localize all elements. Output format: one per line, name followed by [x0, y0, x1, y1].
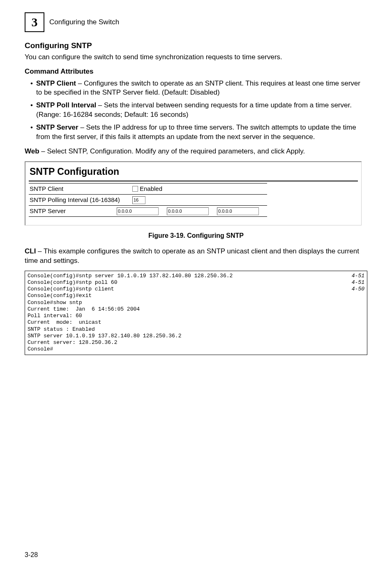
- cli-ref: [358, 319, 364, 326]
- cli-ref: [358, 299, 364, 306]
- cli-line: Current server: 128.250.36.2: [28, 339, 364, 346]
- bullet-sntp-server: SNTP Server – Sets the IP address for up…: [30, 123, 367, 142]
- sntp-polling-interval-row: SNTP Polling Interval (16-16384): [29, 195, 267, 206]
- cli-intro: CLI – This example configures the switch…: [25, 247, 367, 266]
- cli-text: SNTP server 10.1.0.19 137.82.140.80 128.…: [28, 333, 181, 339]
- cli-ref: [358, 339, 364, 346]
- sntp-configuration-panel: SNTP Configuration SNTP Client Enabled S…: [25, 161, 362, 225]
- web-text: – Select SNTP, Configuration. Modify any…: [39, 147, 305, 155]
- cli-line: SNTP status : Enabled: [28, 326, 364, 333]
- command-attributes-list: SNTP Client – Configures the switch to o…: [25, 79, 367, 142]
- cli-line: Console#: [28, 346, 364, 353]
- cli-ref: 4-51: [345, 279, 364, 286]
- cli-ref: 4-51: [345, 273, 364, 279]
- sntp-server-input-3[interactable]: [217, 207, 259, 215]
- panel-title: SNTP Configuration: [30, 165, 358, 178]
- cli-line: Current mode: unicast: [28, 319, 364, 326]
- sntp-server-row: SNTP Server: [29, 206, 267, 217]
- web-instruction: Web – Select SNTP, Configuration. Modify…: [25, 147, 367, 156]
- checkbox-label: Enabled: [140, 185, 162, 193]
- cli-ref: [358, 306, 364, 313]
- cli-line: Console#show sntp: [28, 299, 364, 306]
- sntp-polling-interval-input[interactable]: [132, 196, 145, 204]
- cli-ref: [358, 333, 364, 339]
- cli-text: Current time: Jan 6 14:56:05 2004: [28, 306, 140, 313]
- cli-label: CLI: [25, 247, 36, 255]
- running-title: Configuring the Switch: [49, 18, 119, 27]
- cli-text: – This example configures the switch to …: [25, 247, 359, 265]
- cli-ref: 4-50: [345, 286, 364, 292]
- cli-output-box: Console(config)#sntp server 10.1.0.19 13…: [25, 271, 367, 355]
- bullet-term: SNTP Server: [36, 123, 78, 131]
- cli-text: Console(config)#sntp client: [28, 286, 114, 292]
- web-label: Web: [25, 147, 39, 155]
- cli-line: SNTP server 10.1.0.19 137.82.140.80 128.…: [28, 333, 364, 339]
- figure-caption: Figure 3-19. Configuring SNTP: [25, 231, 367, 240]
- cli-line: Console(config)#sntp poll 604-51: [28, 279, 364, 286]
- panel-divider: [29, 181, 358, 181]
- page-number: 3-28: [25, 550, 38, 559]
- sntp-server-input-2[interactable]: [167, 207, 209, 215]
- bullet-sntp-poll-interval: SNTP Poll Interval – Sets the interval b…: [30, 101, 367, 120]
- cli-text: Console#show sntp: [28, 299, 82, 306]
- section-intro: You can configure the switch to send tim…: [25, 53, 367, 62]
- cli-line: Console(config)#sntp client4-50: [28, 286, 364, 292]
- cli-line: Current time: Jan 6 14:56:05 2004: [28, 306, 364, 313]
- sntp-server-input-1[interactable]: [117, 207, 159, 215]
- cli-text: Console#: [28, 346, 53, 353]
- checkbox-icon[interactable]: [132, 186, 138, 192]
- cli-text: Console(config)#sntp poll 60: [28, 279, 117, 286]
- bullet-term: SNTP Poll Interval: [36, 101, 96, 109]
- cli-text: Poll interval: 60: [28, 313, 82, 319]
- sntp-polling-interval-label: SNTP Polling Interval (16-16384): [29, 196, 132, 204]
- bullet-term: SNTP Client: [36, 79, 76, 87]
- cli-ref: [358, 313, 364, 319]
- cli-line: Poll interval: 60: [28, 313, 364, 319]
- command-attributes-heading: Command Attributes: [25, 67, 367, 77]
- sntp-client-row: SNTP Client Enabled: [29, 183, 267, 195]
- cli-ref: [358, 292, 364, 299]
- bullet-desc: – Sets the IP address for up to three ti…: [36, 123, 356, 141]
- cli-text: Console(config)#exit: [28, 292, 92, 299]
- sntp-client-enabled-control[interactable]: Enabled: [132, 185, 162, 193]
- bullet-sntp-client: SNTP Client – Configures the switch to o…: [30, 79, 367, 98]
- page-header: 3 Configuring the Switch: [25, 12, 367, 32]
- sntp-client-label: SNTP Client: [29, 185, 132, 193]
- cli-text: Current mode: unicast: [28, 319, 101, 326]
- cli-ref: [358, 346, 364, 353]
- cli-text: Current server: 128.250.36.2: [28, 339, 117, 346]
- cli-line: Console(config)#exit: [28, 292, 364, 299]
- bullet-desc: – Configures the switch to operate as an…: [36, 79, 360, 97]
- chapter-number: 3: [32, 14, 38, 31]
- sntp-server-label: SNTP Server: [29, 207, 117, 215]
- chapter-number-box: 3: [25, 12, 44, 32]
- cli-text: Console(config)#sntp server 10.1.0.19 13…: [28, 273, 233, 279]
- cli-text: SNTP status : Enabled: [28, 326, 95, 333]
- section-title: Configuring SNTP: [25, 40, 367, 51]
- cli-ref: [358, 326, 364, 333]
- cli-line: Console(config)#sntp server 10.1.0.19 13…: [28, 273, 364, 279]
